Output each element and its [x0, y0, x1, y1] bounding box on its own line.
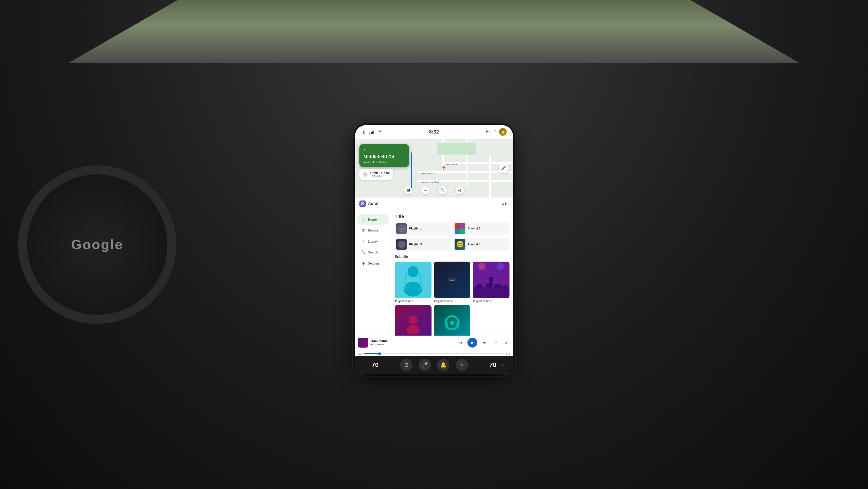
playlist-name-item-1[interactable]: Playlist name 1 [395, 262, 432, 303]
playlist-name-1: Playlist name 1 [395, 299, 414, 303]
apps2-button[interactable]: ✳ [456, 359, 468, 371]
playlist-name-3: Playlist name 3 [473, 299, 492, 303]
sidebar-item-library[interactable]: ≡ Library [357, 236, 389, 247]
bottom-bar: − 70 + ⊞ 🎤 🔔 ✳ − 70 + [355, 356, 513, 374]
playlist-item-4[interactable]: 😊 Playlist 4 [453, 238, 509, 251]
volume-right-control: − 70 + [479, 362, 506, 369]
play-pause-button[interactable]: ▶ [467, 338, 477, 348]
queue-button[interactable]: ≡⏵ [501, 201, 508, 206]
mic-bottom-button[interactable]: 🎤 [418, 359, 431, 371]
main-content: ⌂ Home ◫ Browse ≡ Library 🔍 Search [355, 210, 513, 336]
bell-button[interactable]: 🔔 [437, 359, 450, 371]
sidebar-item-search[interactable]: 🔍 Search [357, 247, 389, 258]
sidebar-item-home[interactable]: ⌂ Home [357, 214, 389, 225]
map-location-button[interactable]: ◎ [456, 186, 464, 194]
playlist-lg-thumb-1 [395, 262, 432, 298]
map-search-button[interactable]: 🔍 [438, 186, 447, 194]
skip-forward-button[interactable]: ⏭ [480, 339, 488, 346]
route-line [411, 152, 412, 189]
bluetooth-icon [361, 130, 366, 135]
sidebar: ⌂ Home ◫ Browse ≡ Library 🔍 Search [355, 210, 391, 336]
playlist-lg-thumb-2: ABSTRACTDESIGN [434, 262, 471, 298]
sidebar-item-settings[interactable]: ⚙ Settings [357, 258, 389, 269]
playlist-lg-thumb-4 [395, 305, 432, 335]
svg-rect-19 [445, 322, 447, 326]
playlist-name-2: Playlist name 2 [434, 299, 453, 303]
nav-street-name: Middlefield Rd [364, 154, 405, 160]
app-header: Aural ≡⏵ [355, 198, 513, 210]
map-label-1: Charleston Rd [445, 163, 458, 166]
playlist-item-2[interactable]: Playlist 2 [453, 222, 509, 235]
skip-back-button[interactable]: ⏮ [457, 339, 464, 346]
nav-direction-icon: ↑ [364, 147, 405, 153]
progress-bar[interactable] [364, 353, 504, 354]
user-avatar[interactable]: U [499, 128, 507, 136]
volume-right-plus[interactable]: + [499, 362, 506, 369]
playlist-name-item-2[interactable]: ABSTRACTDESIGN Playlist name 2 [434, 262, 471, 303]
close-nav-button[interactable]: ✕ [363, 172, 368, 177]
playlist-thumb-4: 😊 [455, 239, 465, 250]
bottom-center-icons: ⊞ 🎤 🔔 ✳ [400, 359, 468, 371]
eta-text: 5:24 PM PDT [370, 175, 390, 178]
svg-point-4 [408, 266, 418, 277]
apps-button[interactable]: ⊞ [400, 359, 412, 371]
volume-right-minus[interactable]: − [479, 362, 487, 369]
section-title: Title [395, 214, 509, 219]
playlist-item-1[interactable]: Playlist 1 [395, 222, 451, 235]
playlist-name-item-5[interactable]: Playlist name 5 [434, 305, 471, 335]
svg-point-8 [497, 262, 504, 270]
svg-point-16 [409, 315, 417, 324]
track-thumbnail [358, 338, 368, 348]
abstract-design-text: ABSTRACTDESIGN [447, 278, 457, 282]
progress-dot [378, 352, 381, 355]
playlist-thumb-2 [455, 223, 465, 234]
map-label-3: Amphitheatre Pkwy [421, 181, 439, 183]
section-subtitle: Subtitle [395, 255, 509, 259]
progress-area: 0:24 3:33 [358, 352, 510, 355]
current-time: 0:24 [358, 352, 362, 355]
svg-point-21 [450, 320, 454, 325]
volume-left-minus[interactable]: − [362, 362, 369, 369]
library-label: Library [368, 240, 378, 243]
status-time: 8:32 [429, 129, 439, 135]
app-name: Aural [368, 201, 378, 206]
map-section[interactable]: 📍 Charleston Rd Plymouth Ave Amphitheatr… [355, 139, 513, 198]
map-route-button[interactable]: ⇌ [421, 186, 430, 194]
navigation-card[interactable]: ↑ Middlefield Rd toward Lowell Ave [360, 144, 409, 167]
favorite-button[interactable]: ♡ [491, 339, 499, 346]
distance-badge: ✕ 5 min · 1.7 mi 5:24 PM PDT [360, 169, 393, 180]
volume-left-plus[interactable]: + [381, 362, 389, 369]
now-playing-main: Track name Artist name ⏮ ▶ ⏭ ♡ ∧ [358, 338, 510, 348]
svg-point-2 [362, 203, 363, 204]
search-label: Search [368, 251, 378, 254]
status-right: 64° F U [486, 128, 507, 136]
map-controls: ⊞ ⇌ 🔍 ◎ [355, 186, 513, 194]
playlist-item-3[interactable]: Playlist 3 [395, 238, 451, 251]
progress-fill [364, 353, 379, 354]
steering-wheel: Google [18, 165, 176, 324]
playlist-name-item-3[interactable]: Playlist name 3 [473, 262, 509, 303]
search-icon: 🔍 [361, 250, 366, 255]
distance-text: 5 min · 1.7 mi [370, 171, 390, 175]
expand-button[interactable]: ∧ [502, 339, 510, 346]
volume-right-value: 70 [489, 362, 496, 369]
mic-button[interactable]: 🎤 [499, 163, 508, 173]
playlist-3-name: Playlist 3 [409, 242, 422, 246]
device-container: 8:32 64° F U 📍 [355, 125, 513, 374]
playlist-thumb-1 [396, 223, 407, 234]
signal-icon [369, 130, 374, 134]
playlist-lg-thumb-5 [434, 305, 471, 335]
now-playing-bar: Track name Artist name ⏮ ▶ ⏭ ♡ ∧ 0:24 [355, 336, 513, 356]
playlist-grid-3col: Playlist name 1 ABSTRACTDESIGN Playlist … [395, 262, 509, 336]
settings-sidebar-icon: ⚙ [361, 261, 366, 266]
playlist-grid-2col: Playlist 1 Playlist [395, 222, 509, 251]
settings-label: Settings [368, 262, 379, 265]
playlist-lg-thumb-3 [473, 262, 509, 298]
sidebar-item-browse[interactable]: ◫ Browse [357, 225, 389, 236]
now-playing-left: Track name Artist name [358, 338, 388, 348]
smiley-icon: 😊 [456, 240, 464, 248]
nav-toward: toward Lowell Ave [364, 161, 405, 164]
playlist-name-item-4[interactable]: Playlist name 4 [395, 305, 432, 335]
map-layers-button[interactable]: ⊞ [404, 186, 412, 194]
svg-rect-20 [457, 322, 460, 326]
